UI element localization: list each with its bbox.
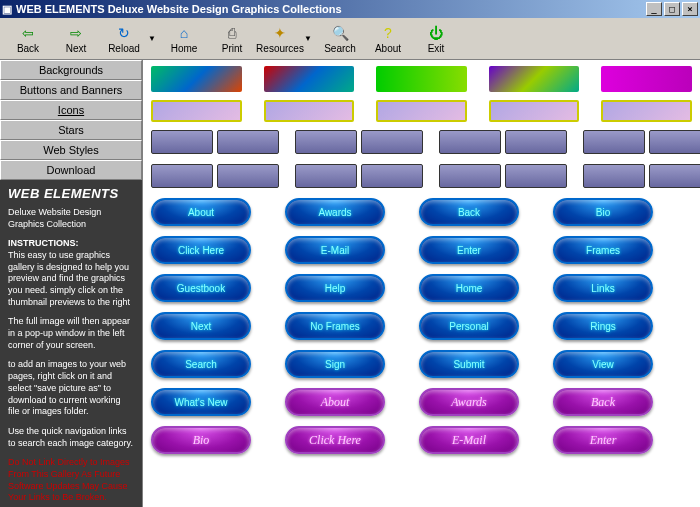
print-icon: ⎙ (222, 23, 242, 43)
pill-button[interactable]: E-Mail (285, 236, 385, 264)
panel-thumbnail[interactable] (361, 130, 423, 154)
warning-text: Do Not Link Directly to Images From This… (8, 457, 134, 504)
banner-thumbnail[interactable] (151, 100, 242, 122)
maximize-button[interactable]: □ (664, 2, 680, 16)
pill-button[interactable]: About (151, 198, 251, 226)
dropdown-icon[interactable]: ▼ (148, 34, 156, 43)
pill-button[interactable]: About (285, 388, 385, 416)
pill-button[interactable]: Submit (419, 350, 519, 378)
panel-thumbnail[interactable] (151, 130, 213, 154)
home-button[interactable]: ⌂Home (160, 20, 208, 58)
instructions-text: Use the quick navigation links to search… (8, 426, 134, 449)
banner-thumbnail[interactable] (264, 100, 355, 122)
sidebar-tab-icons[interactable]: Icons (0, 100, 142, 120)
back-arrow-icon: ⇦ (18, 23, 38, 43)
panel-thumbnail[interactable] (583, 130, 645, 154)
instructions-text: This easy to use graphics gallery is des… (8, 250, 130, 307)
reload-icon: ↻ (114, 23, 134, 43)
pill-button[interactable]: Home (419, 274, 519, 302)
close-button[interactable]: × (682, 2, 698, 16)
pill-button[interactable]: Frames (553, 236, 653, 264)
sidebar-tab-stars[interactable]: Stars (0, 120, 142, 140)
reload-button[interactable]: ↻Reload (100, 20, 148, 58)
pill-button[interactable]: Click Here (285, 426, 385, 454)
search-button[interactable]: 🔍Search (316, 20, 364, 58)
sidebar: Backgrounds Buttons and Banners Icons St… (0, 60, 142, 507)
about-button[interactable]: ?About (364, 20, 412, 58)
instructions-text: to add an images to your web pages, righ… (8, 359, 134, 417)
gallery: AboutAwardsBackBioClick HereE-MailEnterF… (142, 60, 700, 507)
panel-thumbnail[interactable] (505, 130, 567, 154)
pill-button[interactable]: Search (151, 350, 251, 378)
toolbar: ⇦Back ⇨Next ↻Reload ▼ ⌂Home ⎙Print ✦Reso… (0, 18, 700, 60)
pill-button[interactable]: Rings (553, 312, 653, 340)
pill-button[interactable]: Guestbook (151, 274, 251, 302)
print-button[interactable]: ⎙Print (208, 20, 256, 58)
panel-thumbnail[interactable] (151, 164, 213, 188)
panel-thumbnail[interactable] (361, 164, 423, 188)
back-button[interactable]: ⇦Back (4, 20, 52, 58)
banner-thumbnail[interactable] (376, 100, 467, 122)
exit-button[interactable]: ⏻Exit (412, 20, 460, 58)
banner-thumbnail[interactable] (601, 66, 692, 92)
banner-thumbnail[interactable] (489, 100, 580, 122)
title-bar: ▣ WEB ELEMENTS Deluxe Website Design Gra… (0, 0, 700, 18)
banner-thumbnail[interactable] (264, 66, 355, 92)
pill-button[interactable]: Sign (285, 350, 385, 378)
home-icon: ⌂ (174, 23, 194, 43)
about-icon: ? (378, 23, 398, 43)
panel-thumbnail[interactable] (649, 130, 700, 154)
panel-thumbnail[interactable] (505, 164, 567, 188)
info-subtitle: Deluxe Website Design Graphics Collectio… (8, 207, 134, 230)
panel-thumbnail[interactable] (649, 164, 700, 188)
pill-button[interactable]: Next (151, 312, 251, 340)
window-title: WEB ELEMENTS Deluxe Website Design Graph… (16, 3, 342, 15)
banner-thumbnail[interactable] (489, 66, 580, 92)
panel-thumbnail[interactable] (295, 130, 357, 154)
pill-button[interactable]: Enter (553, 426, 653, 454)
pill-button[interactable]: Bio (151, 426, 251, 454)
pill-button[interactable]: No Frames (285, 312, 385, 340)
sidebar-tab-download[interactable]: Download (0, 160, 142, 180)
dropdown-icon[interactable]: ▼ (304, 34, 312, 43)
pill-button[interactable]: Click Here (151, 236, 251, 264)
pill-button[interactable]: Bio (553, 198, 653, 226)
info-panel: WEB ELEMENTS Deluxe Website Design Graph… (0, 180, 142, 507)
instructions-heading: INSTRUCTIONS: (8, 238, 79, 248)
pill-button[interactable]: E-Mail (419, 426, 519, 454)
next-arrow-icon: ⇨ (66, 23, 86, 43)
pill-button[interactable]: Back (553, 388, 653, 416)
pill-button[interactable]: Awards (285, 198, 385, 226)
banner-thumbnail[interactable] (601, 100, 692, 122)
pill-button[interactable]: Help (285, 274, 385, 302)
pill-button[interactable]: Back (419, 198, 519, 226)
pill-button[interactable]: Personal (419, 312, 519, 340)
panel-thumbnail[interactable] (439, 130, 501, 154)
pill-button[interactable]: What's New (151, 388, 251, 416)
panel-thumbnail[interactable] (295, 164, 357, 188)
panel-thumbnail[interactable] (217, 164, 279, 188)
instructions-text: The full image will then appear in a pop… (8, 316, 134, 351)
info-heading: WEB ELEMENTS (8, 186, 134, 203)
next-button[interactable]: ⇨Next (52, 20, 100, 58)
minimize-button[interactable]: _ (646, 2, 662, 16)
app-icon: ▣ (2, 3, 12, 16)
pill-button[interactable]: View (553, 350, 653, 378)
panel-thumbnail[interactable] (439, 164, 501, 188)
sidebar-tab-web-styles[interactable]: Web Styles (0, 140, 142, 160)
sidebar-tab-buttons-banners[interactable]: Buttons and Banners (0, 80, 142, 100)
pill-button[interactable]: Enter (419, 236, 519, 264)
banner-thumbnail[interactable] (151, 66, 242, 92)
pill-button[interactable]: Awards (419, 388, 519, 416)
search-icon: 🔍 (330, 23, 350, 43)
resources-icon: ✦ (270, 23, 290, 43)
sidebar-tab-backgrounds[interactable]: Backgrounds (0, 60, 142, 80)
resources-button[interactable]: ✦Resources (256, 20, 304, 58)
banner-thumbnail[interactable] (376, 66, 467, 92)
pill-button[interactable]: Links (553, 274, 653, 302)
panel-thumbnail[interactable] (583, 164, 645, 188)
panel-thumbnail[interactable] (217, 130, 279, 154)
exit-icon: ⏻ (426, 23, 446, 43)
